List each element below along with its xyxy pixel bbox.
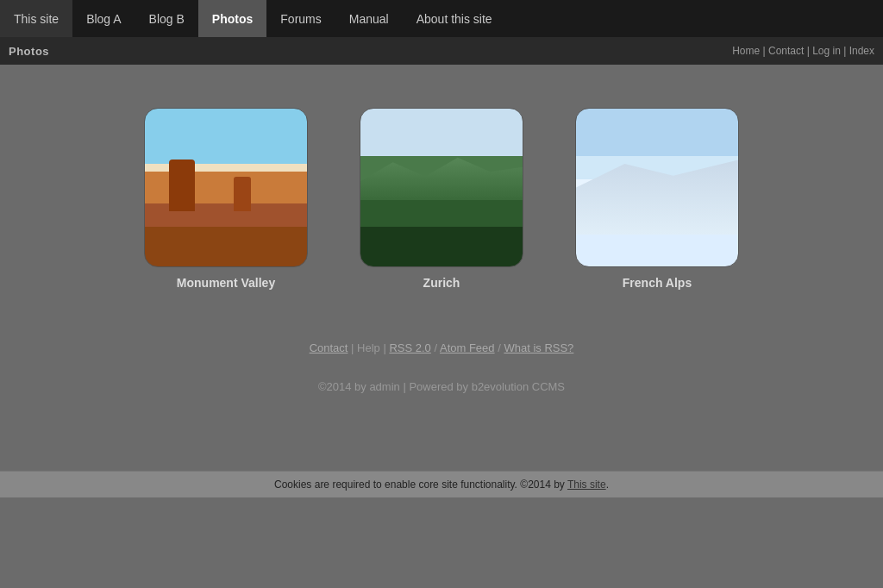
page-title: Photos <box>9 45 49 58</box>
photo-item-monument: Monument Valley <box>144 108 308 290</box>
footer-rss-link[interactable]: RSS 2.0 <box>389 341 430 354</box>
footer-contact-link[interactable]: Contact <box>310 341 348 354</box>
contact-link[interactable]: Contact <box>768 45 804 57</box>
footer-atom-link[interactable]: Atom Feed <box>440 341 495 354</box>
main-nav: This siteBlog ABlog BPhotosForumsManualA… <box>0 0 883 37</box>
subheader: Photos Home | Contact | Log in | Index <box>0 37 883 65</box>
photo-item-zurich: Zurich <box>360 108 523 290</box>
photo-caption-alps: French Alps <box>623 276 692 290</box>
cookie-bar: Cookies are required to enable core site… <box>0 471 883 497</box>
main-content: Monument Valley Zurich French Alps Conta… <box>0 65 883 419</box>
photo-grid: Monument Valley Zurich French Alps <box>52 108 831 290</box>
nav-item-blog-a[interactable]: Blog A <box>72 0 135 37</box>
footer-copyright: ©2014 by admin | Powered by b2evolution … <box>52 380 831 393</box>
photo-thumb-alps[interactable] <box>575 108 739 267</box>
nav-item-blog-b[interactable]: Blog B <box>135 0 198 37</box>
subheader-links: Home | Contact | Log in | Index <box>732 45 874 57</box>
nav-item-this-site[interactable]: This site <box>0 0 72 37</box>
nav-item-forums[interactable]: Forums <box>266 0 335 37</box>
cookie-text-after: . <box>606 479 609 491</box>
nav-item-photos[interactable]: Photos <box>198 0 266 37</box>
photo-thumb-monument[interactable] <box>144 108 308 267</box>
nav-item-manual[interactable]: Manual <box>335 0 403 37</box>
photo-caption-zurich: Zurich <box>423 276 460 290</box>
footer-links: Contact | Help | RSS 2.0 / Atom Feed / W… <box>52 341 831 354</box>
photo-caption-monument: Monument Valley <box>177 276 275 290</box>
cookie-site-link[interactable]: This site <box>567 479 606 491</box>
cookie-text: Cookies are required to enable core site… <box>274 479 567 491</box>
photo-thumb-zurich[interactable] <box>360 108 523 267</box>
home-link[interactable]: Home <box>732 45 760 57</box>
index-link[interactable]: Index <box>849 45 874 57</box>
login-link[interactable]: Log in <box>812 45 841 57</box>
nav-item-about[interactable]: About this site <box>403 0 506 37</box>
footer-whatisrss-link[interactable]: What is RSS? <box>504 341 573 354</box>
photo-item-alps: French Alps <box>575 108 739 290</box>
